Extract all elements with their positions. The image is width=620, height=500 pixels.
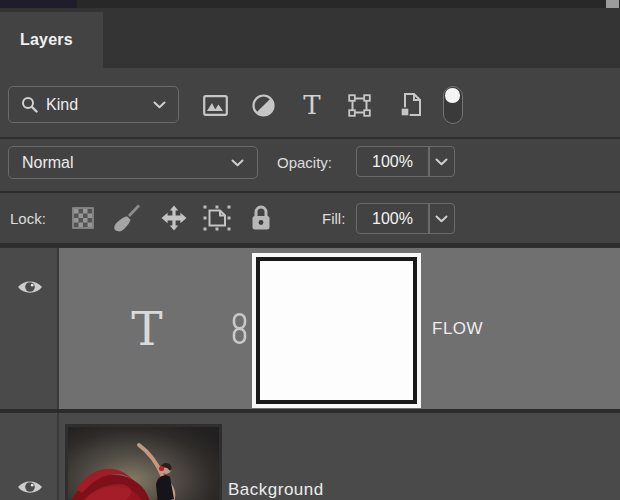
blend-mode-dropdown[interactable]: Normal — [8, 146, 258, 179]
adjustment-layer-filter-icon[interactable] — [252, 94, 275, 117]
visibility-eye-icon[interactable] — [17, 478, 43, 500]
visibility-eye-icon[interactable] — [17, 278, 43, 300]
layer-row-background[interactable]: Background — [0, 413, 620, 500]
lock-position-icon[interactable] — [161, 205, 187, 231]
lock-transparency-icon[interactable] — [72, 207, 94, 229]
toggle-knob — [445, 88, 460, 103]
blend-mode-value: Normal — [22, 154, 74, 172]
canvas-edge — [0, 0, 77, 8]
search-icon — [21, 96, 38, 113]
layer-mask-thumbnail[interactable] — [252, 253, 421, 408]
lock-pixels-brush-icon[interactable] — [111, 203, 141, 232]
lock-label: Lock: — [10, 202, 46, 235]
shape-layer-filter-icon[interactable] — [348, 94, 371, 117]
lock-artboard-icon[interactable] — [203, 205, 231, 231]
layer-filtering-toggle[interactable] — [443, 86, 463, 124]
lock-all-icon[interactable] — [250, 204, 272, 231]
pixel-layer-filter-icon[interactable] — [203, 95, 228, 116]
filter-kind-dropdown[interactable]: Kind — [8, 86, 179, 123]
layers-panel: Layers Kind T — [0, 0, 620, 500]
type-filter-glyph: T — [303, 92, 320, 118]
chevron-down-icon[interactable] — [430, 147, 455, 176]
fill-label: Fill: — [322, 202, 345, 235]
type-layer-filter-icon[interactable]: T — [301, 92, 323, 118]
smart-object-filter-icon[interactable] — [399, 92, 422, 118]
opacity-field[interactable]: 100% — [356, 146, 455, 177]
filter-kind-label: Kind — [46, 96, 78, 114]
dancer-image — [68, 427, 219, 500]
layer-name[interactable]: FLOW — [432, 248, 483, 409]
fill-field[interactable]: 100% — [356, 203, 455, 234]
text-layer-thumbnail[interactable]: T — [121, 305, 173, 352]
layer-mask-thumbnail-inner — [256, 257, 417, 404]
tab-layers[interactable]: Layers — [0, 12, 103, 68]
tab-layers-label: Layers — [20, 31, 73, 49]
chevron-down-icon[interactable] — [430, 204, 455, 233]
fill-value[interactable]: 100% — [357, 204, 428, 233]
chevron-down-icon — [153, 101, 166, 109]
window-top-strip — [0, 0, 620, 8]
image-layer-thumbnail[interactable] — [65, 424, 222, 500]
opacity-label: Opacity: — [277, 146, 332, 179]
panel-tab-bar: Layers — [0, 8, 620, 68]
opacity-value[interactable]: 100% — [357, 147, 428, 176]
divider — [0, 191, 620, 193]
chevron-down-icon — [231, 159, 244, 167]
layer-row-flow[interactable]: T FLOW — [0, 248, 620, 409]
layer-name[interactable]: Background — [228, 480, 324, 500]
scrollbar-fragment[interactable] — [606, 0, 619, 8]
divider — [0, 137, 620, 139]
mask-link-icon[interactable] — [231, 313, 248, 348]
visibility-column — [0, 248, 59, 409]
